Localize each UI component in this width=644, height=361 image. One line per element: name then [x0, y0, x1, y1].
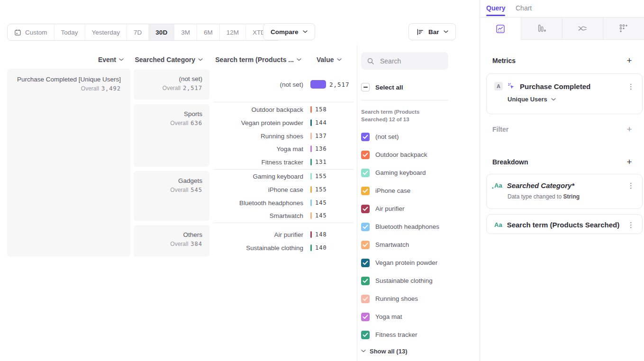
term-label: Running shoes [213, 133, 303, 140]
legend-item[interactable]: Gaming keyboard [361, 168, 426, 177]
kebab-menu-icon[interactable]: ⋮ [627, 221, 635, 228]
show-all-button[interactable]: Show all (13) [361, 347, 407, 355]
legend-item-label: Outdoor backpack [375, 151, 427, 158]
row-divider [213, 223, 354, 223]
date-12m-button[interactable]: 12M [220, 24, 246, 40]
column-header-value[interactable]: Value [317, 55, 354, 64]
date-30d-button[interactable]: 30D [149, 24, 174, 40]
compare-label: Compare [271, 28, 299, 36]
date-today-button[interactable]: Today [54, 24, 85, 40]
tab-funnels[interactable] [521, 18, 562, 40]
value-bar[interactable] [310, 133, 312, 139]
column-header-category[interactable]: Searched Category [134, 55, 203, 64]
tab-chart[interactable]: Chart [516, 4, 532, 12]
value-bar[interactable] [310, 106, 312, 113]
breakdown-card[interactable]: Aa Search term (Products Searched) ⋮ [486, 214, 643, 234]
value-bar[interactable] [310, 244, 312, 251]
breakdown-card[interactable]: Aa* Searched Category* ⋮ Data type chang… [486, 174, 643, 209]
category-cell: (not set) Overall2,517 [134, 69, 209, 99]
aggregation-dropdown[interactable]: Unique Users [508, 96, 556, 103]
search-input[interactable] [379, 57, 438, 65]
checkbox-checked-icon [361, 313, 370, 321]
metric-card[interactable]: A Purchase Completed ⋮ Unique Users [486, 73, 643, 114]
table-row: Vegan protein powder 144 [213, 116, 327, 129]
kebab-menu-icon[interactable]: ⋮ [627, 182, 635, 189]
legend-item[interactable]: Air purifier [361, 204, 405, 213]
value-bar[interactable] [310, 231, 312, 238]
tab-insights[interactable] [480, 18, 521, 40]
category-cell: Sports Overall636 [134, 104, 209, 167]
legend-section-label: Search term (Products Searched) 12 of 13 [361, 108, 443, 123]
metrics-title: Metrics [492, 57, 516, 64]
category-overall: Overall636 [141, 120, 202, 126]
legend-item[interactable]: Outdoor backpack [361, 150, 427, 159]
kebab-menu-icon[interactable]: ⋮ [627, 83, 635, 90]
tab-retention[interactable] [603, 18, 644, 40]
value-bar[interactable] [310, 186, 312, 193]
legend-item[interactable]: (not set) [361, 132, 399, 141]
table-row: Fitness tracker 131 [213, 155, 327, 169]
legend-item[interactable]: Smartwatch [361, 240, 409, 249]
date-3m-button[interactable]: 3M [174, 24, 197, 40]
add-metric-button[interactable]: + [625, 56, 634, 64]
column-header-term-label: Search term (Products ... [215, 56, 294, 63]
value-text: 145 [315, 212, 327, 219]
chevron-down-icon [551, 98, 556, 101]
value-bar[interactable] [310, 199, 312, 206]
chevron-down-icon [303, 30, 308, 33]
tab-query[interactable]: Query [486, 4, 505, 12]
breakdown-name: Searched Category* [507, 181, 575, 190]
legend-item[interactable]: Bluetooth headphones [361, 222, 439, 231]
value-bar[interactable] [310, 145, 312, 152]
select-all-row[interactable]: Select all [361, 82, 403, 92]
panel-divider [357, 45, 357, 361]
value-bar[interactable] [310, 80, 326, 89]
legend-item[interactable]: Fitness tracker [361, 330, 417, 339]
table-row: Yoga mat 136 [213, 142, 327, 155]
tab-flows[interactable] [562, 18, 603, 40]
insights-tab-icon [495, 24, 506, 34]
legend-item-label: Gaming keyboard [375, 169, 426, 176]
bar-chart-icon [416, 28, 424, 36]
report-type-tabs [480, 18, 644, 40]
retention-tab-icon [618, 23, 629, 34]
value-text: 140 [315, 244, 327, 251]
date-7d-button[interactable]: 7D [127, 24, 149, 40]
legend-item-label: Vegan protein powder [375, 259, 437, 266]
add-breakdown-button[interactable]: + [625, 157, 634, 166]
legend-item[interactable]: Sustainable clothing [361, 276, 433, 285]
metric-name: Purchase Completed [520, 82, 590, 90]
chevron-down-icon [198, 58, 203, 61]
column-header-term[interactable]: Search term (Products ... [213, 55, 301, 64]
active-tab-underline [486, 15, 505, 16]
date-6m-button[interactable]: 6M [197, 24, 220, 40]
category-overall: Overall545 [141, 187, 202, 193]
row-divider [213, 102, 354, 102]
value-text: 145 [315, 199, 327, 206]
category-cell: Others Overall384 [134, 225, 209, 257]
value-bar[interactable] [310, 159, 312, 165]
table-row: Smartwatch 145 [213, 209, 327, 222]
date-custom-button[interactable]: Custom [8, 24, 54, 40]
event-overall: Overall3,492 [17, 85, 121, 92]
legend-item[interactable]: Vegan protein powder [361, 258, 437, 267]
term-label: Outdoor backpack [213, 106, 303, 113]
value-bar[interactable] [310, 173, 312, 180]
legend-item[interactable]: iPhone case [361, 186, 410, 195]
query-panel-tabs: Query Chart [480, 0, 644, 18]
add-filter-button[interactable]: + [625, 125, 634, 133]
legend-item[interactable]: Running shoes [361, 294, 418, 303]
value-bar[interactable] [310, 212, 312, 219]
chart-type-button[interactable]: Bar [408, 23, 456, 40]
column-header-event[interactable]: Event [7, 55, 124, 64]
compare-button[interactable]: Compare [263, 23, 315, 40]
column-header-value-label: Value [317, 56, 334, 63]
string-type-icon: Aa* [494, 182, 502, 189]
date-yesterday-button[interactable]: Yesterday [85, 24, 127, 40]
legend-item-label: Air purifier [375, 205, 405, 212]
value-bar[interactable] [310, 119, 312, 126]
legend-item[interactable]: Yoga mat [361, 312, 402, 321]
term-label: Yoga mat [213, 145, 303, 153]
checkbox-checked-icon [361, 151, 370, 159]
category-name: (not set) [141, 75, 202, 83]
